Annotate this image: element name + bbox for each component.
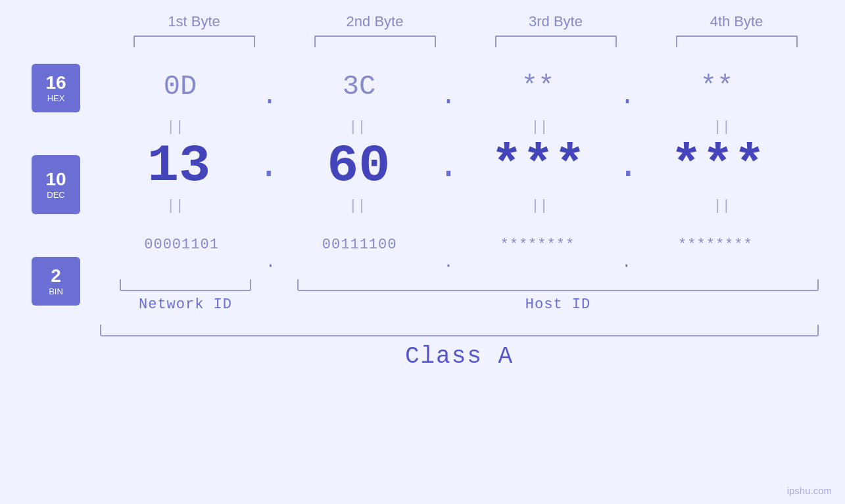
- hex-badge: 16 HEX: [32, 64, 80, 112]
- bin-row: 00001101 . 00111100 . ******** . *******…: [100, 215, 797, 274]
- top-bracket-1: [133, 35, 255, 47]
- dec-dot-1: .: [258, 146, 279, 195]
- dec-byte-4: ***: [646, 136, 790, 196]
- dec-dot-2: .: [437, 146, 459, 195]
- hex-byte-3: **: [466, 71, 610, 103]
- dec-byte-2: 60: [286, 136, 431, 196]
- byte-2-label: 2nd Byte: [302, 13, 447, 30]
- hex-num: 16: [45, 74, 66, 92]
- hex-byte-1: 0D: [108, 71, 253, 103]
- byte-1-label: 1st Byte: [122, 13, 266, 30]
- network-id-bracket: [120, 279, 251, 291]
- top-bracket-2: [314, 35, 436, 47]
- dec-num: 10: [45, 170, 66, 189]
- hex-name: HEX: [47, 93, 65, 103]
- top-bracket-3: [495, 35, 617, 47]
- bin-num: 2: [51, 267, 61, 285]
- dec-name: DEC: [47, 190, 64, 200]
- eq2: ||: [285, 118, 429, 135]
- eq6: ||: [285, 196, 429, 214]
- bin-badge: 2 BIN: [32, 257, 80, 306]
- bottom-brackets-area: [100, 279, 819, 291]
- dec-byte-3: ***: [466, 136, 611, 196]
- eq7: ||: [468, 196, 612, 214]
- byte-4-label: 4th Byte: [664, 13, 809, 30]
- dec-bin-equals: || || || ||: [100, 195, 797, 215]
- top-brackets: [104, 35, 827, 47]
- class-section: Class A: [100, 325, 819, 370]
- id-labels: Network ID Host ID: [100, 296, 819, 313]
- watermark: ipshu.com: [787, 485, 832, 496]
- bin-byte-4: ********: [643, 237, 788, 253]
- hex-dot-1: .: [262, 81, 278, 116]
- bin-byte-1: 00001101: [109, 237, 254, 253]
- network-id-label: Network ID: [100, 296, 271, 313]
- host-id-label: Host ID: [297, 296, 819, 313]
- top-bracket-4: [676, 35, 798, 47]
- hex-row: 0D . 3C . ** . **: [100, 57, 797, 116]
- hex-dot-2: .: [441, 81, 456, 116]
- byte-3-label: 3rd Byte: [483, 13, 628, 30]
- eq8: ||: [650, 196, 794, 214]
- bin-dot-3: .: [621, 254, 631, 274]
- dec-badge: 10 DEC: [32, 155, 80, 214]
- byte-headers: 1st Byte 2nd Byte 3rd Byte 4th Byte: [104, 0, 827, 30]
- bin-dot-1: .: [266, 254, 275, 274]
- bin-name: BIN: [49, 286, 63, 296]
- host-id-bracket: [297, 279, 819, 291]
- bin-byte-3: ********: [465, 237, 610, 253]
- eq1: ||: [103, 118, 247, 135]
- class-label: Class A: [100, 343, 819, 370]
- bin-dot-2: .: [444, 254, 453, 274]
- eq4: ||: [650, 118, 794, 135]
- eq3: ||: [468, 118, 612, 135]
- dec-byte-1: 13: [107, 136, 251, 196]
- hex-dec-equals: || || || ||: [100, 116, 797, 136]
- eq5: ||: [103, 196, 247, 214]
- bin-byte-2: 00111100: [287, 237, 432, 253]
- hex-byte-4: **: [644, 71, 789, 103]
- dec-row: 13 . 60 . *** . ***: [100, 136, 797, 195]
- dec-dot-3: .: [617, 146, 639, 195]
- hex-dot-3: .: [619, 81, 635, 116]
- main-container: 1st Byte 2nd Byte 3rd Byte 4th Byte 16 H…: [0, 0, 845, 504]
- hex-byte-2: 3C: [287, 71, 431, 103]
- class-bracket: [100, 325, 819, 336]
